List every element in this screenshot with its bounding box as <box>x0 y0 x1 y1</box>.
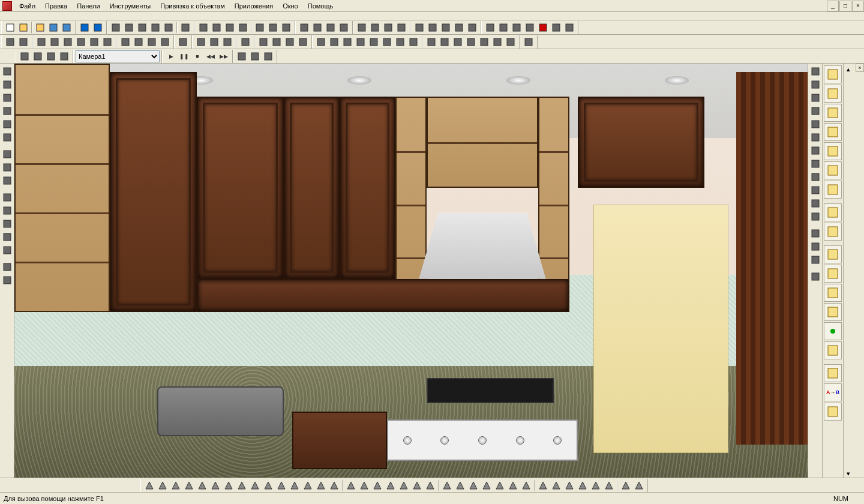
s11[interactable] <box>275 479 287 491</box>
camera-select[interactable]: Камера1 <box>76 50 160 62</box>
align-left[interactable] <box>254 22 266 34</box>
hammer[interactable] <box>550 22 562 34</box>
q5[interactable] <box>590 479 602 491</box>
save-all[interactable] <box>61 22 73 34</box>
align-right[interactable] <box>267 22 279 34</box>
save[interactable] <box>47 22 59 34</box>
p6[interactable] <box>411 479 423 491</box>
menu-panels[interactable]: Панели <box>72 1 104 11</box>
q6[interactable] <box>603 479 615 491</box>
vp2[interactable] <box>133 36 145 48</box>
drop1[interactable] <box>195 36 207 48</box>
grid5[interactable] <box>368 36 380 48</box>
angle-tool[interactable] <box>1 274 13 286</box>
scroll-up-button[interactable]: ▴ <box>844 65 853 73</box>
h1[interactable] <box>620 479 632 491</box>
view-persp[interactable] <box>88 36 100 48</box>
rotate-tool[interactable] <box>136 22 148 34</box>
view-front[interactable] <box>49 36 61 48</box>
render[interactable] <box>262 50 274 62</box>
shade5[interactable] <box>466 22 478 34</box>
cab-table[interactable] <box>824 265 842 283</box>
redo[interactable] <box>92 22 104 34</box>
fillet-tool[interactable] <box>1 191 13 203</box>
line4[interactable] <box>395 22 407 34</box>
vp1[interactable] <box>119 36 131 48</box>
s2[interactable] <box>157 479 169 491</box>
cab-del[interactable] <box>824 181 842 199</box>
edit-tool[interactable] <box>179 22 191 34</box>
img4[interactable] <box>297 36 309 48</box>
copy[interactable] <box>197 22 209 34</box>
view-top[interactable] <box>35 36 47 48</box>
p12[interactable] <box>494 479 506 491</box>
zoom-out[interactable] <box>17 36 29 48</box>
pen[interactable] <box>177 36 189 48</box>
line-tool[interactable] <box>1 65 13 77</box>
menu-file[interactable]: Файл <box>14 1 40 11</box>
cab-table2[interactable] <box>824 341 842 359</box>
s13[interactable] <box>302 479 314 491</box>
move-tool[interactable] <box>123 22 135 34</box>
cab-3d[interactable] <box>824 203 842 221</box>
circle-tool[interactable] <box>1 148 13 160</box>
snap-end[interactable] <box>809 65 821 77</box>
settings[interactable] <box>58 50 70 62</box>
drop2[interactable] <box>208 36 220 48</box>
next[interactable]: ▶▶ <box>218 50 230 62</box>
dim-tool[interactable] <box>1 261 13 273</box>
snap-tan[interactable] <box>809 171 821 183</box>
shade1[interactable] <box>413 22 425 34</box>
pause[interactable]: ❚❚ <box>178 50 190 62</box>
shade[interactable] <box>249 50 261 62</box>
p9[interactable] <box>454 479 466 491</box>
polygon-tool[interactable] <box>1 175 13 187</box>
p11[interactable] <box>481 479 493 491</box>
hatch[interactable] <box>239 36 251 48</box>
p10[interactable] <box>467 479 479 491</box>
hand[interactable] <box>484 22 496 34</box>
cab-var[interactable] <box>824 161 842 179</box>
menu-tools[interactable]: Инструменты <box>105 1 156 11</box>
wire[interactable] <box>236 50 248 62</box>
img3[interactable] <box>284 36 296 48</box>
stop[interactable] <box>537 22 549 34</box>
chamfer-tool[interactable] <box>1 205 13 217</box>
open-file[interactable] <box>17 22 29 34</box>
snap-near[interactable] <box>809 184 821 196</box>
arc2-tool[interactable] <box>1 92 13 104</box>
s5[interactable] <box>196 479 208 491</box>
grid8[interactable] <box>407 36 419 48</box>
s6[interactable] <box>209 479 221 491</box>
grid2[interactable] <box>328 36 340 48</box>
shade4[interactable] <box>453 22 465 34</box>
snap-node[interactable] <box>809 105 821 117</box>
snap-ext[interactable] <box>809 145 821 157</box>
prev[interactable]: ◀◀ <box>205 50 217 62</box>
dim4[interactable] <box>465 36 477 48</box>
p1[interactable] <box>345 479 357 491</box>
p3[interactable] <box>371 479 383 491</box>
close-button[interactable]: × <box>852 1 864 11</box>
dim3[interactable] <box>452 36 464 48</box>
menu-edit[interactable]: Правка <box>40 1 72 11</box>
cab-spec[interactable] <box>824 364 842 382</box>
s3[interactable] <box>170 479 182 491</box>
s12[interactable] <box>289 479 301 491</box>
iso[interactable] <box>523 36 535 48</box>
snap-perp[interactable] <box>809 158 821 170</box>
p5[interactable] <box>398 479 410 491</box>
cab-grid[interactable] <box>824 223 842 241</box>
spline-tool[interactable] <box>1 218 13 230</box>
dim6[interactable] <box>491 36 503 48</box>
grid7[interactable] <box>394 36 406 48</box>
s14[interactable] <box>315 479 327 491</box>
cab-small[interactable] <box>824 322 842 340</box>
line3[interactable] <box>382 22 394 34</box>
arc-tool[interactable] <box>1 79 13 91</box>
ortho-tool[interactable] <box>809 241 821 253</box>
bezier-tool[interactable] <box>1 244 13 256</box>
s10[interactable] <box>262 479 274 491</box>
q4[interactable] <box>577 479 589 491</box>
grid-tool[interactable] <box>809 227 821 239</box>
